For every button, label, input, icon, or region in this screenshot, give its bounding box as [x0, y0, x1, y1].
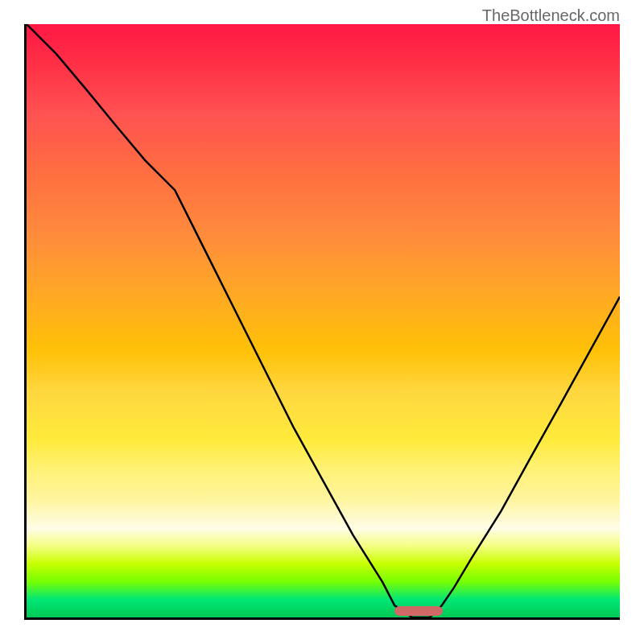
- chart-container: [24, 24, 620, 620]
- optimal-marker: [394, 606, 443, 616]
- attribution-text: TheBottleneck.com: [482, 6, 620, 25]
- curve-line: [27, 24, 620, 617]
